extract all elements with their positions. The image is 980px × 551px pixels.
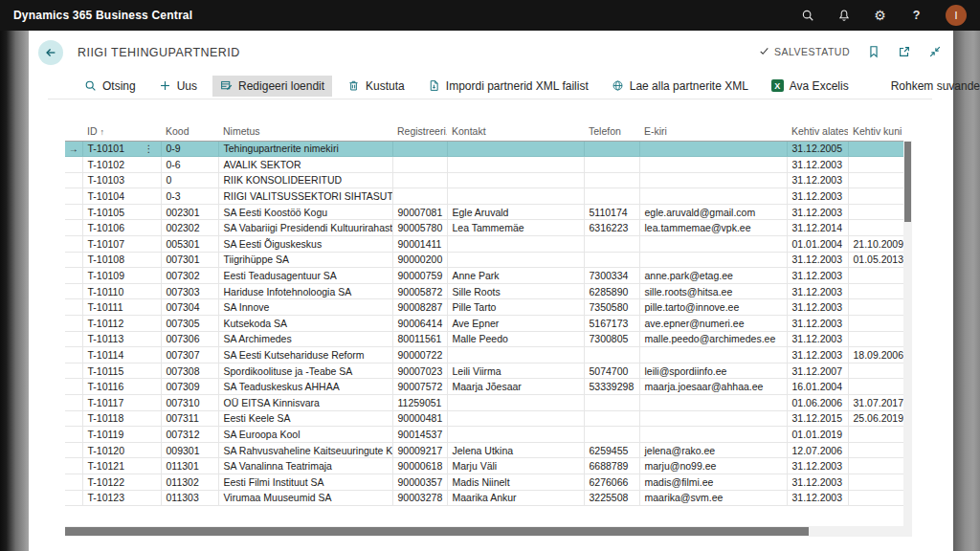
row-marker-cell[interactable] <box>65 490 82 506</box>
cell-kehtiv-alates[interactable]: 31.12.2003 <box>787 157 848 173</box>
vertical-scrollbar[interactable] <box>903 141 912 526</box>
row-marker-cell[interactable] <box>65 379 82 395</box>
cell-registreerimisnumber[interactable]: 90000722 <box>392 347 447 364</box>
cell-id[interactable]: T-10122 <box>82 474 161 490</box>
cell-e-kiri[interactable]: lea.tammemae@vpk.ee <box>639 220 787 236</box>
cell-telefon[interactable] <box>584 157 639 173</box>
cell-e-kiri[interactable]: maarika@svm.ee <box>639 490 787 506</box>
cell-id[interactable]: T-10102 <box>82 157 161 173</box>
cell-kontakt[interactable]: Madis Niinelt <box>447 474 584 490</box>
cell-id[interactable]: T-10112 <box>82 316 161 332</box>
cell-nimetus[interactable]: SA Euroopa Kool <box>218 427 392 443</box>
cell-kehtiv-alates[interactable]: 31.12.2005 <box>787 141 848 157</box>
cell-registreerimisnumber[interactable]: 90000481 <box>392 410 447 427</box>
cell-telefon[interactable]: 5167173 <box>584 316 639 332</box>
open-in-new-window-button[interactable] <box>897 44 911 58</box>
cell-kood[interactable]: 011301 <box>161 458 218 474</box>
cell-nimetus[interactable]: Virumaa Muuseumid SA <box>218 490 392 506</box>
cell-kontakt[interactable] <box>447 427 584 443</box>
cell-kehtiv-kuni[interactable] <box>848 220 903 236</box>
cell-e-kiri[interactable] <box>639 236 787 253</box>
cell-kood[interactable]: 007312 <box>161 427 218 443</box>
cell-kood[interactable]: 007311 <box>161 410 218 427</box>
cell-kood[interactable]: 007302 <box>161 268 218 284</box>
row-marker-cell[interactable] <box>65 283 82 299</box>
cell-nimetus[interactable]: OÜ EITSA Kinnisvara <box>218 395 392 411</box>
cell-kehtiv-alates[interactable]: 31.12.2003 <box>787 252 848 268</box>
row-marker-cell[interactable] <box>65 363 82 379</box>
cell-kood[interactable]: 007301 <box>161 252 218 268</box>
column-header-kehtiv-kuni[interactable]: Kehtiv kuni <box>848 121 903 141</box>
help-icon[interactable]: ? <box>909 9 924 23</box>
cell-nimetus[interactable]: RIIK KONSOLIDEERITUD <box>218 172 392 188</box>
cell-kontakt[interactable]: Leili Viirma <box>447 363 584 379</box>
cell-kehtiv-alates[interactable]: 31.12.2003 <box>787 299 848 316</box>
cell-nimetus[interactable]: SA Eesti Kutsehariduse Reform <box>218 347 392 364</box>
cell-kehtiv-alates[interactable]: 31.12.2015 <box>787 410 848 427</box>
cell-telefon[interactable] <box>584 188 639 205</box>
cell-id[interactable]: T-10114 <box>82 347 161 364</box>
cell-kehtiv-kuni[interactable]: 31.07.2017 <box>848 395 903 411</box>
cell-kontakt[interactable]: Marju Väli <box>447 458 584 474</box>
cell-kood[interactable]: 007303 <box>161 283 218 299</box>
cell-kood[interactable]: 009301 <box>161 442 218 458</box>
cell-telefon[interactable] <box>584 236 639 253</box>
row-marker-cell[interactable] <box>65 458 82 474</box>
row-marker-cell[interactable] <box>65 172 82 188</box>
more-options-button[interactable]: Rohkem suvandeid <box>883 76 980 97</box>
cell-telefon[interactable]: 7300334 <box>584 268 639 284</box>
cell-telefon[interactable] <box>584 410 639 427</box>
cell-nimetus[interactable]: Eesti Filmi Instituut SA <box>218 474 392 490</box>
cell-kehtiv-kuni[interactable] <box>848 427 903 443</box>
cell-registreerimisnumber[interactable]: 90005872 <box>392 283 447 299</box>
bookmark-button[interactable] <box>866 44 880 58</box>
cell-kehtiv-kuni[interactable]: 18.09.2006 <box>848 347 903 364</box>
cell-telefon[interactable]: 5110174 <box>584 204 639 220</box>
cell-id[interactable]: T-10106 <box>82 220 161 236</box>
row-marker-cell[interactable] <box>65 395 82 411</box>
cell-kehtiv-kuni[interactable] <box>848 331 903 347</box>
cell-nimetus[interactable]: SA Eesti Õiguskeskus <box>218 236 392 253</box>
cell-kehtiv-alates[interactable]: 31.12.2003 <box>787 316 848 332</box>
cell-kood[interactable]: 002301 <box>161 204 218 220</box>
row-marker-cell[interactable] <box>65 236 82 253</box>
cell-e-kiri[interactable] <box>639 172 787 188</box>
column-header-kood[interactable]: Kood <box>161 121 218 141</box>
cell-e-kiri[interactable]: ave.epner@numeri.ee <box>639 316 787 332</box>
row-marker-cell[interactable]: → <box>65 141 82 157</box>
cell-kehtiv-kuni[interactable] <box>848 363 903 379</box>
cell-nimetus[interactable]: Eesti Keele SA <box>218 410 392 427</box>
cell-kehtiv-alates[interactable]: 01.06.2006 <box>787 395 848 411</box>
row-marker-cell[interactable] <box>65 157 82 173</box>
cell-id[interactable]: T-10110 <box>82 283 161 299</box>
cell-id[interactable]: T-10108 <box>82 252 161 268</box>
cell-registreerimisnumber[interactable]: 90009217 <box>392 442 447 458</box>
row-marker-cell[interactable] <box>65 331 82 347</box>
cell-kehtiv-alates[interactable]: 31.12.2003 <box>787 347 848 364</box>
cell-kontakt[interactable] <box>447 236 584 253</box>
cell-registreerimisnumber[interactable]: 90007023 <box>392 363 447 379</box>
cell-e-kiri[interactable] <box>639 188 787 205</box>
cell-nimetus[interactable]: SA Eesti Koostöö Kogu <box>218 204 392 220</box>
cell-kehtiv-alates[interactable]: 31.12.2003 <box>787 283 848 299</box>
open-in-excel-button[interactable]: X Ava Excelis <box>764 76 857 97</box>
cell-kehtiv-alates[interactable]: 31.12.2003 <box>787 490 848 506</box>
settings-gear-icon[interactable]: ⚙ <box>873 9 887 23</box>
row-marker-cell[interactable] <box>65 316 82 332</box>
row-marker-cell[interactable] <box>65 442 82 458</box>
row-marker-cell[interactable] <box>65 410 82 427</box>
cell-kood[interactable]: 007308 <box>161 363 218 379</box>
column-header-registreerimisnumber[interactable]: Registreeri... <box>392 121 447 141</box>
cell-kehtiv-kuni[interactable] <box>848 157 903 173</box>
cell-kehtiv-alates[interactable]: 31.12.2003 <box>787 331 848 347</box>
back-button[interactable] <box>38 40 63 65</box>
cell-registreerimisnumber[interactable] <box>392 188 447 205</box>
cell-nimetus[interactable]: SA Vanalinna Teatrimaja <box>218 458 392 474</box>
cell-kontakt[interactable] <box>447 157 584 173</box>
cell-registreerimisnumber[interactable]: 11259051 <box>392 395 447 411</box>
cell-kehtiv-alates[interactable]: 12.07.2006 <box>787 442 848 458</box>
cell-kehtiv-alates[interactable]: 31.12.2003 <box>787 458 848 474</box>
cell-id[interactable]: T-10107 <box>82 236 161 253</box>
cell-telefon[interactable]: 6688789 <box>584 458 639 474</box>
cell-e-kiri[interactable]: malle.peedo@archimedes.ee <box>639 331 787 347</box>
